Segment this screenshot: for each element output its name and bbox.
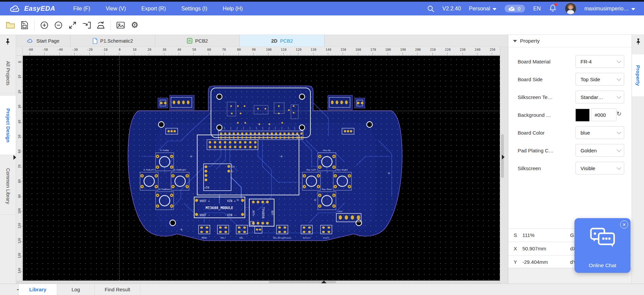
tab-start-page[interactable]: Start Page xyxy=(16,35,71,47)
menu-help[interactable]: Help (H) xyxy=(223,6,243,12)
cloud-sync-badge[interactable]: 0 xyxy=(505,5,525,12)
notifications-button[interactable] xyxy=(549,4,557,13)
cursor-y-value: -29.404mm xyxy=(522,259,565,265)
silk-label: L+ xyxy=(231,165,235,168)
property-dock-tab[interactable]: Property xyxy=(632,54,644,96)
background-color-input[interactable] xyxy=(591,108,616,121)
cloud-sync-icon xyxy=(508,6,515,11)
origin-axis-horizontal xyxy=(23,111,500,111)
bottom-dock-bar: Library Log Find Result xyxy=(0,284,644,295)
menu-view[interactable]: View (V) xyxy=(106,6,126,12)
bottom-panel-gutter[interactable] xyxy=(16,281,508,284)
version-label: V2.2.40 xyxy=(442,6,461,12)
close-icon[interactable]: ✕ xyxy=(620,220,628,229)
menu-settings[interactable]: Settings (I) xyxy=(181,6,207,12)
caret-down-icon xyxy=(492,8,497,10)
zoom-scale-value: 111% xyxy=(522,232,565,238)
language-toggle[interactable]: EN xyxy=(533,6,541,12)
avatar[interactable] xyxy=(565,3,576,14)
save-button[interactable] xyxy=(17,18,32,32)
silk-label: TP4056 xyxy=(261,207,265,219)
sidebar-item-project-design[interactable]: Project Design xyxy=(0,96,16,155)
panel-title: Property xyxy=(520,38,540,44)
silk-label: VOL- xyxy=(239,237,245,239)
import-button[interactable] xyxy=(80,18,94,32)
easyeda-logo[interactable]: EasyEDA xyxy=(9,4,60,13)
field-board-side: Board Side Top Side xyxy=(508,73,632,86)
menu-export[interactable]: Export (R) xyxy=(141,6,166,12)
sidebar-item-common-library[interactable]: Common Library xyxy=(0,158,16,215)
board-material-select[interactable]: FR-4 xyxy=(575,55,624,68)
bottom-tab-library[interactable]: Library xyxy=(18,284,57,295)
flip-view-button[interactable] xyxy=(94,18,108,32)
zoom-out-icon xyxy=(54,21,63,30)
silk-label: D-PadRight xyxy=(174,168,186,171)
silk-label: conn xyxy=(337,210,343,213)
origin-axis-vertical xyxy=(119,56,120,281)
menubar-right: V2.2.40 Personal 0 EN xyxy=(427,3,635,14)
zoom-in-button[interactable] xyxy=(37,18,51,32)
silk-label: D-PadLeft xyxy=(144,168,155,171)
silkscreen-select[interactable]: Visible xyxy=(575,162,624,175)
account-type-dropdown[interactable]: Personal xyxy=(469,6,497,12)
silkscreen-text-select[interactable]: Standar… xyxy=(575,91,624,103)
zoom-in-icon xyxy=(40,21,49,30)
search-icon[interactable] xyxy=(427,5,434,12)
tab-pcb2[interactable]: PCB2 xyxy=(155,35,240,47)
username: maximusimperio… xyxy=(585,6,629,11)
tab-schematic2[interactable]: P1.Schematic2 xyxy=(71,35,155,47)
settings-button[interactable]: ⚙ xyxy=(128,18,142,32)
ruler-vertical: 0102030405060708090100110120130140 xyxy=(16,56,23,281)
bottom-panel-expand-handle[interactable] xyxy=(321,281,327,283)
silk-label: Key-Down xyxy=(322,188,332,191)
silk-label: MT3608_MODULE xyxy=(206,206,233,210)
board-color-select[interactable]: blue xyxy=(575,126,624,139)
ruler-horizontal: -60-50-40-30-20-100102030405060708090100… xyxy=(23,47,500,56)
zoom-out-button[interactable] xyxy=(51,18,66,32)
background-color-swatch[interactable] xyxy=(575,109,590,121)
bottom-tab-log[interactable]: Log xyxy=(57,284,95,295)
folder-icon xyxy=(6,21,15,29)
sidebar-pin-icon[interactable] xyxy=(5,38,11,46)
silk-label: Select xyxy=(303,237,311,239)
field-silkscreen: Silkscreen Visible xyxy=(508,162,632,175)
image-export-button[interactable] xyxy=(114,18,128,32)
silk-label: VIN - xyxy=(227,213,236,217)
gear-icon: ⚙ xyxy=(131,21,138,29)
silk-label: start xyxy=(323,237,330,239)
pcb-canvas[interactable]: D-PadUpD-PadLeftD-PadRightD-PadDown Key-… xyxy=(23,56,500,281)
field-label: Background … xyxy=(518,112,573,118)
main-menu: File (F) View (V) Export (R) Settings (I… xyxy=(73,6,243,12)
menu-file[interactable]: File (F) xyxy=(73,6,90,12)
panel-pin-icon[interactable] xyxy=(635,38,641,46)
chat-bubbles-icon xyxy=(590,228,615,248)
sidebar-expand-handle[interactable] xyxy=(13,155,16,160)
collapse-triangle-icon xyxy=(513,40,517,42)
silk-label: VOL+ xyxy=(220,237,226,239)
silk-label: SEL/Brightness xyxy=(273,237,292,239)
silk-label: OUT- xyxy=(271,210,274,216)
reset-color-icon[interactable]: ↻ xyxy=(616,111,621,117)
username-dropdown[interactable]: maximusimperio… xyxy=(585,6,635,12)
toolbar: ⚙ xyxy=(0,15,644,35)
board-side-select[interactable]: Top Side xyxy=(575,73,624,86)
pcb-file-icon xyxy=(187,38,192,44)
pad-plating-select[interactable]: Golden xyxy=(575,144,624,157)
float-footprint-topleft[interactable] xyxy=(158,95,194,110)
float-footprint-topright[interactable] xyxy=(328,95,365,110)
tab-label: Start Page xyxy=(36,38,59,44)
tab-2d-pcb2[interactable]: 2D PCB2 xyxy=(240,35,325,47)
sidebar-item-all-projects[interactable]: All Projects xyxy=(0,54,16,93)
field-pad-plating: Pad Plating C… Golden xyxy=(508,144,632,157)
field-label: Board Color xyxy=(518,130,573,136)
right-panel-collapse-handle[interactable] xyxy=(502,155,505,159)
silk-label: Key-Up xyxy=(323,149,331,152)
online-chat-widget[interactable]: ✕ Online Chat xyxy=(574,218,631,273)
property-panel-header[interactable]: Property xyxy=(508,35,632,47)
open-folder-button[interactable] xyxy=(3,18,17,32)
fit-screen-button[interactable] xyxy=(66,18,80,32)
tab-label: P1.Schematic2 xyxy=(100,38,133,44)
bottom-tab-find-result[interactable]: Find Result xyxy=(95,284,140,295)
chevron-down-icon xyxy=(617,165,621,170)
sidebar-item-label: All Projects xyxy=(5,61,11,86)
